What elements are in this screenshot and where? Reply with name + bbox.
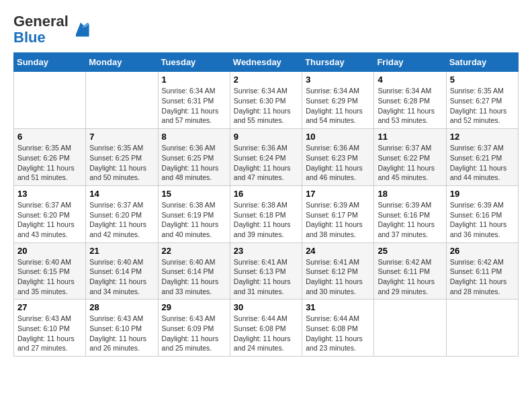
day-of-week-header: Friday [374, 53, 446, 72]
calendar-cell: 30Sunrise: 6:44 AMSunset: 6:08 PMDayligh… [230, 300, 302, 357]
day-content: Sunrise: 6:36 AMSunset: 6:25 PMDaylight:… [162, 143, 226, 183]
logo-blue: Blue [13, 29, 46, 46]
calendar-cell [374, 300, 446, 357]
day-of-week-header: Monday [86, 53, 158, 72]
day-number: 26 [450, 246, 515, 256]
calendar-cell: 16Sunrise: 6:38 AMSunset: 6:18 PMDayligh… [230, 185, 302, 242]
day-number: 4 [378, 75, 442, 85]
page-header: General Blue [13, 13, 519, 46]
calendar-cell: 4Sunrise: 6:34 AMSunset: 6:28 PMDaylight… [374, 72, 446, 129]
day-number: 29 [162, 302, 226, 312]
calendar-week-row: 20Sunrise: 6:40 AMSunset: 6:15 PMDayligh… [14, 242, 519, 300]
logo-icon [71, 20, 90, 39]
calendar-cell: 7Sunrise: 6:35 AMSunset: 6:25 PMDaylight… [86, 129, 158, 186]
day-content: Sunrise: 6:34 AMSunset: 6:30 PMDaylight:… [234, 86, 298, 126]
day-number: 6 [17, 132, 82, 142]
day-content: Sunrise: 6:41 AMSunset: 6:13 PMDaylight:… [234, 257, 298, 297]
day-content: Sunrise: 6:38 AMSunset: 6:19 PMDaylight:… [162, 200, 226, 240]
calendar-cell: 13Sunrise: 6:37 AMSunset: 6:20 PMDayligh… [14, 185, 86, 242]
calendar-cell: 14Sunrise: 6:37 AMSunset: 6:20 PMDayligh… [86, 185, 158, 242]
calendar-cell: 25Sunrise: 6:42 AMSunset: 6:11 PMDayligh… [374, 242, 446, 300]
calendar-cell: 22Sunrise: 6:40 AMSunset: 6:14 PMDayligh… [158, 242, 230, 300]
calendar-week-row: 6Sunrise: 6:35 AMSunset: 6:26 PMDaylight… [14, 129, 519, 186]
calendar-cell: 12Sunrise: 6:37 AMSunset: 6:21 PMDayligh… [446, 129, 518, 186]
calendar-cell: 5Sunrise: 6:35 AMSunset: 6:27 PMDaylight… [446, 72, 518, 129]
day-number: 5 [450, 75, 515, 85]
day-content: Sunrise: 6:39 AMSunset: 6:16 PMDaylight:… [450, 200, 515, 240]
day-number: 21 [89, 246, 154, 256]
day-number: 11 [378, 132, 442, 142]
calendar-cell: 10Sunrise: 6:36 AMSunset: 6:23 PMDayligh… [302, 129, 374, 186]
day-content: Sunrise: 6:43 AMSunset: 6:10 PMDaylight:… [17, 314, 82, 353]
header-row: SundayMondayTuesdayWednesdayThursdayFrid… [14, 53, 519, 72]
day-number: 10 [306, 132, 370, 142]
calendar-cell: 6Sunrise: 6:35 AMSunset: 6:26 PMDaylight… [14, 129, 86, 186]
calendar-cell: 20Sunrise: 6:40 AMSunset: 6:15 PMDayligh… [14, 242, 86, 300]
day-content: Sunrise: 6:41 AMSunset: 6:12 PMDaylight:… [306, 257, 370, 297]
calendar-cell: 18Sunrise: 6:39 AMSunset: 6:16 PMDayligh… [374, 185, 446, 242]
calendar-cell: 31Sunrise: 6:44 AMSunset: 6:08 PMDayligh… [302, 300, 374, 357]
day-number: 27 [17, 302, 82, 312]
day-number: 2 [234, 75, 298, 85]
day-content: Sunrise: 6:34 AMSunset: 6:31 PMDaylight:… [162, 86, 226, 126]
day-number: 7 [89, 132, 154, 142]
day-number: 30 [234, 302, 298, 312]
day-content: Sunrise: 6:43 AMSunset: 6:09 PMDaylight:… [162, 314, 226, 353]
calendar-cell: 2Sunrise: 6:34 AMSunset: 6:30 PMDaylight… [230, 72, 302, 129]
calendar-cell: 11Sunrise: 6:37 AMSunset: 6:22 PMDayligh… [374, 129, 446, 186]
calendar-week-row: 27Sunrise: 6:43 AMSunset: 6:10 PMDayligh… [14, 300, 519, 357]
calendar-week-row: 13Sunrise: 6:37 AMSunset: 6:20 PMDayligh… [14, 185, 519, 242]
day-of-week-header: Sunday [14, 53, 86, 72]
calendar-cell: 8Sunrise: 6:36 AMSunset: 6:25 PMDaylight… [158, 129, 230, 186]
day-number: 8 [162, 132, 226, 142]
calendar-cell: 19Sunrise: 6:39 AMSunset: 6:16 PMDayligh… [446, 185, 518, 242]
calendar-cell [446, 300, 518, 357]
day-number: 28 [89, 302, 154, 312]
day-number: 12 [450, 132, 515, 142]
day-content: Sunrise: 6:40 AMSunset: 6:14 PMDaylight:… [162, 257, 226, 297]
day-number: 24 [306, 246, 370, 256]
day-of-week-header: Thursday [302, 53, 374, 72]
day-content: Sunrise: 6:36 AMSunset: 6:23 PMDaylight:… [306, 143, 370, 183]
calendar-cell [14, 72, 86, 129]
day-content: Sunrise: 6:37 AMSunset: 6:20 PMDaylight:… [17, 200, 82, 240]
logo-general: General [13, 13, 69, 30]
day-content: Sunrise: 6:44 AMSunset: 6:08 PMDaylight:… [234, 314, 298, 353]
day-content: Sunrise: 6:35 AMSunset: 6:27 PMDaylight:… [450, 86, 515, 126]
day-number: 25 [378, 246, 442, 256]
day-content: Sunrise: 6:39 AMSunset: 6:16 PMDaylight:… [378, 200, 442, 240]
day-number: 19 [450, 189, 515, 199]
calendar-cell: 17Sunrise: 6:39 AMSunset: 6:17 PMDayligh… [302, 185, 374, 242]
calendar-cell: 3Sunrise: 6:34 AMSunset: 6:29 PMDaylight… [302, 72, 374, 129]
day-number: 20 [17, 246, 82, 256]
calendar-cell: 26Sunrise: 6:42 AMSunset: 6:11 PMDayligh… [446, 242, 518, 300]
day-content: Sunrise: 6:39 AMSunset: 6:17 PMDaylight:… [306, 200, 370, 240]
day-number: 17 [306, 189, 370, 199]
calendar-cell: 29Sunrise: 6:43 AMSunset: 6:09 PMDayligh… [158, 300, 230, 357]
day-content: Sunrise: 6:40 AMSunset: 6:14 PMDaylight:… [89, 257, 154, 297]
day-of-week-header: Saturday [446, 53, 518, 72]
calendar-cell: 9Sunrise: 6:36 AMSunset: 6:24 PMDaylight… [230, 129, 302, 186]
day-content: Sunrise: 6:37 AMSunset: 6:20 PMDaylight:… [89, 200, 154, 240]
day-content: Sunrise: 6:35 AMSunset: 6:26 PMDaylight:… [17, 143, 82, 183]
day-number: 22 [162, 246, 226, 256]
day-content: Sunrise: 6:42 AMSunset: 6:11 PMDaylight:… [378, 257, 442, 297]
day-content: Sunrise: 6:40 AMSunset: 6:15 PMDaylight:… [17, 257, 82, 297]
day-content: Sunrise: 6:37 AMSunset: 6:22 PMDaylight:… [378, 143, 442, 183]
day-number: 3 [306, 75, 370, 85]
day-number: 31 [306, 302, 370, 312]
calendar-cell: 27Sunrise: 6:43 AMSunset: 6:10 PMDayligh… [14, 300, 86, 357]
day-content: Sunrise: 6:35 AMSunset: 6:25 PMDaylight:… [89, 143, 154, 183]
calendar-cell: 23Sunrise: 6:41 AMSunset: 6:13 PMDayligh… [230, 242, 302, 300]
day-number: 9 [234, 132, 298, 142]
calendar-cell: 21Sunrise: 6:40 AMSunset: 6:14 PMDayligh… [86, 242, 158, 300]
calendar-cell: 1Sunrise: 6:34 AMSunset: 6:31 PMDaylight… [158, 72, 230, 129]
day-content: Sunrise: 6:36 AMSunset: 6:24 PMDaylight:… [234, 143, 298, 183]
calendar-header: SundayMondayTuesdayWednesdayThursdayFrid… [14, 53, 519, 72]
day-number: 23 [234, 246, 298, 256]
logo: General Blue [13, 13, 90, 46]
day-content: Sunrise: 6:37 AMSunset: 6:21 PMDaylight:… [450, 143, 515, 183]
day-number: 13 [17, 189, 82, 199]
day-number: 18 [378, 189, 442, 199]
day-content: Sunrise: 6:34 AMSunset: 6:28 PMDaylight:… [378, 86, 442, 126]
